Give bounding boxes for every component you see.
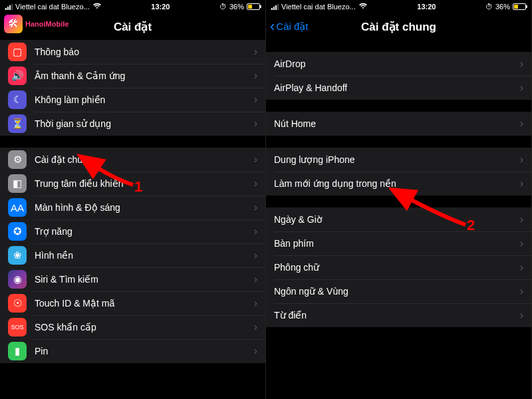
chevron-right-icon: ›	[520, 213, 523, 225]
row-label: Ngôn ngữ & Vùng	[274, 286, 520, 297]
settings-row[interactable]: Ngày & Giờ›	[266, 207, 531, 231]
settings-row[interactable]: Phông chữ›	[266, 255, 531, 279]
status-time: 13:20	[417, 3, 436, 11]
siri-icon: ◉	[8, 270, 27, 289]
sos-icon: SOS	[8, 318, 27, 336]
settings-list: ▢Thông báo›🔊Âm thanh & Cảm ứng›☾Không là…	[0, 40, 265, 399]
row-label: Bàn phím	[274, 238, 520, 249]
page-title: Cài đặt	[114, 20, 152, 34]
settings-row[interactable]: Từ điển›	[266, 303, 531, 327]
chevron-right-icon: ›	[520, 237, 523, 249]
chevron-right-icon: ›	[254, 225, 257, 237]
general-list: AirDrop›AirPlay & Handoff›Nút Home›Dung …	[266, 40, 531, 399]
chevron-right-icon: ›	[254, 273, 257, 285]
moon-icon: ☾	[8, 90, 27, 109]
chevron-right-icon: ›	[254, 46, 257, 58]
chevron-right-icon: ›	[520, 154, 523, 166]
nav-header-right: ‹ Cài đặt Cài đặt chung	[266, 13, 531, 40]
status-bar: Viettel cai dat Bluezo... 13:20 ⏱ 36%	[0, 0, 265, 13]
settings-row[interactable]: ◉Siri & Tìm kiếm›	[0, 267, 265, 291]
logo-text: HanoiMobile	[25, 20, 68, 28]
row-label: AirPlay & Handoff	[274, 82, 520, 93]
display-icon: AA	[8, 198, 27, 217]
chevron-right-icon: ›	[520, 118, 523, 130]
notification-icon: ▢	[8, 43, 27, 61]
row-label: AirDrop	[274, 59, 520, 69]
settings-row[interactable]: ◧Trung tâm điều khiển›	[0, 172, 265, 196]
back-label: Cài đặt	[276, 21, 308, 33]
wifi-icon	[358, 2, 368, 11]
carrier-label: Viettel cai dat Bluezo...	[15, 3, 90, 11]
control-center-icon: ◧	[8, 174, 27, 193]
settings-row[interactable]: ▮Pin›	[0, 339, 265, 363]
row-label: Touch ID & Mật mã	[35, 298, 254, 309]
settings-row[interactable]: AirPlay & Handoff›	[266, 76, 531, 100]
settings-row[interactable]: Ngôn ngữ & Vùng›	[266, 279, 531, 303]
settings-row[interactable]: Bàn phím›	[266, 231, 531, 255]
chevron-right-icon: ›	[254, 321, 257, 333]
settings-row[interactable]: ❀Hình nền›	[0, 243, 265, 267]
back-button[interactable]: ‹ Cài đặt	[270, 13, 309, 40]
gear-icon: ⚙	[8, 150, 27, 169]
chevron-right-icon: ›	[520, 261, 523, 273]
settings-row[interactable]: Làm mới ứng dụng trong nền›	[266, 172, 531, 196]
chevron-right-icon: ›	[520, 58, 523, 70]
chevron-right-icon: ›	[254, 345, 257, 357]
battery-icon	[513, 3, 526, 10]
carrier-label: Viettel cai dat Bluezo...	[281, 3, 356, 11]
row-label: Phông chữ	[274, 262, 520, 273]
settings-row[interactable]: AirDrop›	[266, 52, 531, 76]
row-label: Hình nền	[35, 250, 254, 261]
row-label: Âm thanh & Cảm ứng	[35, 70, 254, 81]
logo-icon: 🛠	[4, 15, 23, 33]
row-label: Trợ năng	[35, 226, 254, 237]
signal-icon	[5, 4, 13, 10]
chevron-right-icon: ›	[254, 154, 257, 166]
chevron-right-icon: ›	[254, 70, 257, 82]
chevron-right-icon: ›	[520, 309, 523, 321]
chevron-right-icon: ›	[520, 82, 523, 94]
accessibility-icon: ✪	[8, 222, 27, 241]
sound-icon: 🔊	[8, 66, 27, 85]
chevron-right-icon: ›	[254, 201, 257, 213]
battery-icon	[247, 3, 260, 10]
row-label: Siri & Tìm kiếm	[35, 274, 254, 285]
row-label: SOS khẩn cấp	[35, 322, 254, 332]
chevron-right-icon: ›	[254, 249, 257, 261]
wallpaper-icon: ❀	[8, 246, 27, 265]
row-label: Dung lượng iPhone	[274, 154, 520, 165]
chevron-right-icon: ›	[520, 178, 523, 190]
row-label: Làm mới ứng dụng trong nền	[274, 178, 520, 189]
settings-row[interactable]: SOSSOS khẩn cấp›	[0, 315, 265, 339]
settings-row[interactable]: AAMàn hình & Độ sáng›	[0, 196, 265, 219]
battery-pct: 36%	[495, 3, 510, 11]
logo: 🛠 HanoiMobile	[4, 15, 68, 33]
settings-row[interactable]: ☾Không làm phiền›	[0, 88, 265, 112]
row-label: Thông báo	[35, 47, 254, 57]
row-label: Thời gian sử dụng	[35, 118, 254, 129]
wifi-icon	[92, 2, 102, 11]
screen-settings: Viettel cai dat Bluezo... 13:20 ⏱ 36% 🛠 …	[0, 0, 266, 399]
row-label: Màn hình & Độ sáng	[35, 202, 254, 213]
settings-row[interactable]: ⚙Cài đặt chung›	[0, 148, 265, 172]
status-time: 13:20	[151, 3, 170, 11]
row-label: Không làm phiền	[35, 94, 254, 105]
alarm-icon: ⏱	[219, 3, 227, 11]
settings-row[interactable]: ☉Touch ID & Mật mã›	[0, 291, 265, 315]
row-label: Từ điển	[274, 310, 520, 321]
settings-row[interactable]: 🔊Âm thanh & Cảm ứng›	[0, 64, 265, 88]
row-label: Pin	[35, 346, 254, 356]
touchid-icon: ☉	[8, 294, 27, 313]
alarm-icon: ⏱	[485, 3, 493, 11]
settings-row[interactable]: ▢Thông báo›	[0, 40, 265, 64]
chevron-right-icon: ›	[254, 118, 257, 130]
chevron-right-icon: ›	[254, 297, 257, 309]
row-label: Cài đặt chung	[35, 154, 254, 165]
battery-icon: ▮	[8, 342, 27, 360]
settings-row[interactable]: Nút Home›	[266, 112, 531, 136]
hourglass-icon: ⏳	[8, 114, 27, 133]
settings-row[interactable]: ⏳Thời gian sử dụng›	[0, 112, 265, 136]
settings-row[interactable]: ✪Trợ năng›	[0, 219, 265, 243]
nav-header-left: 🛠 HanoiMobile Cài đặt	[0, 13, 265, 40]
settings-row[interactable]: Dung lượng iPhone›	[266, 148, 531, 172]
